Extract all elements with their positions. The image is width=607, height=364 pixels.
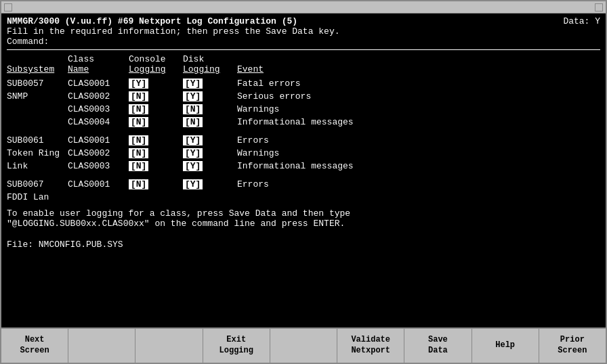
disk-badge[interactable]: [N] — [183, 117, 203, 127]
col-header-classname-label: Name — [68, 64, 129, 74]
disk-badge[interactable]: [Y] — [183, 179, 203, 189]
cell-class: CLAS0002 — [68, 91, 129, 101]
title-bar — [1, 1, 606, 14]
cell-subsystem: Token Ring — [7, 148, 68, 158]
cell-class: CLAS0001 — [68, 179, 129, 189]
console-badge[interactable]: [N] — [129, 91, 148, 101]
data-indicator: Data: Y — [563, 16, 600, 26]
console-badge[interactable]: [N] — [129, 135, 148, 145]
table-row: SUB0057CLAS0001[Y][Y]Fatal errors — [7, 77, 600, 89]
footer-text: To enable user logging for a class, pres… — [7, 208, 600, 229]
col-header-disk-label: Logging — [183, 64, 237, 74]
footer-line1: To enable user logging for a class, pres… — [7, 208, 600, 219]
cell-disk[interactable]: [Y] — [183, 91, 237, 101]
cell-console[interactable]: [N] — [129, 135, 183, 145]
col-header-subsystem — [7, 54, 68, 64]
cell-subsystem: SUB0061 — [7, 135, 68, 145]
col-header-console-label: Logging — [129, 64, 183, 74]
table-row: CLAS0003[N][N]Warnings — [7, 103, 600, 115]
function-key-button-4[interactable]: Exit Logging — [203, 329, 270, 363]
cell-disk[interactable]: [Y] — [183, 161, 237, 171]
cell-disk[interactable]: [Y] — [183, 78, 237, 89]
cell-class: CLAS0001 — [68, 78, 129, 89]
cell-console[interactable]: [N] — [129, 91, 183, 101]
table-row: LinkCLAS0003[N][Y]Informational messages — [7, 160, 600, 172]
cell-subsystem: SNMP — [7, 91, 68, 101]
main-window: NMMGR/3000 (V.uu.ff) #69 Netxport Log Co… — [0, 0, 607, 364]
cell-class: CLAS0001 — [68, 135, 129, 145]
table-row: CLAS0004[N][N]Informational messages — [7, 116, 600, 128]
cell-disk[interactable]: [Y] — [183, 135, 237, 145]
footer-line2: "@LOGGING.SUB00xx.CLAS00xx" on the comma… — [7, 219, 600, 229]
table-row: SUB0061CLAS0001[N][Y]Errors — [7, 134, 600, 146]
disk-badge[interactable]: [N] — [183, 104, 203, 114]
function-key-button-1[interactable]: Next Screen — [1, 329, 68, 363]
screen-title: NMMGR/3000 (V.uu.ff) #69 Netxport Log Co… — [7, 16, 297, 26]
disk-badge[interactable]: [Y] — [183, 135, 203, 145]
window-control-left[interactable] — [4, 3, 12, 12]
col-header-event — [237, 54, 600, 64]
cell-class: CLAS0003 — [68, 104, 129, 114]
bottom-bar: Next ScreenExit LoggingValidate Netxport… — [1, 327, 606, 363]
cell-disk[interactable]: [Y] — [183, 148, 237, 158]
file-line: File: NMCONFIG.PUB.SYS — [7, 240, 600, 250]
cell-event: Informational messages — [237, 117, 600, 127]
console-badge[interactable]: [N] — [129, 117, 148, 127]
table-row: Token RingCLAS0002[N][Y]Warnings — [7, 147, 600, 159]
command-line: Command: — [7, 37, 600, 47]
cell-subsystem: SUB0067 — [7, 179, 68, 189]
disk-badge[interactable]: [Y] — [183, 91, 203, 101]
cell-event: Informational messages — [237, 161, 600, 171]
cell-disk[interactable]: [Y] — [183, 179, 237, 189]
col-header-event-label: Event — [237, 64, 600, 74]
console-badge[interactable]: [N] — [129, 179, 148, 189]
table-row: SUB0067CLAS0001[N][Y]Errors — [7, 178, 600, 190]
table-row: SNMPCLAS0002[N][Y]Serious errors — [7, 90, 600, 102]
cell-console[interactable]: [N] — [129, 161, 183, 171]
disk-badge[interactable]: [Y] — [183, 78, 203, 89]
cell-disk[interactable]: [N] — [183, 117, 237, 127]
disk-badge[interactable]: [Y] — [183, 161, 203, 171]
disk-badge[interactable]: [Y] — [183, 148, 203, 158]
cell-disk[interactable]: [N] — [183, 104, 237, 114]
cell-console[interactable]: [N] — [129, 148, 183, 158]
cell-event: Fatal errors — [237, 78, 600, 89]
col-header-console-top: Console — [129, 54, 183, 64]
window-control-right[interactable] — [595, 3, 603, 12]
console-badge[interactable]: [N] — [129, 148, 148, 158]
function-key-button-3 — [135, 329, 203, 363]
col-header-disk-top: Disk — [183, 54, 237, 64]
function-key-button-2 — [68, 329, 135, 363]
col-header-subsystem-label: Subsystem — [7, 64, 68, 74]
table-row: FDDI Lan — [7, 191, 600, 203]
data-rows: SUB0057CLAS0001[Y][Y]Fatal errorsSNMPCLA… — [7, 77, 600, 203]
function-key-button-7[interactable]: Save Data — [404, 329, 472, 363]
cell-class: CLAS0004 — [68, 117, 129, 127]
cell-console[interactable]: [Y] — [129, 78, 183, 89]
cell-event: Warnings — [237, 104, 600, 114]
col-header-class: Class — [68, 54, 129, 64]
function-key-button-6[interactable]: Validate Netxport — [337, 329, 404, 363]
cell-event: Warnings — [237, 148, 600, 158]
cell-event: Errors — [237, 179, 600, 189]
cell-subsystem: Link — [7, 161, 68, 171]
function-key-button-9[interactable]: Prior Screen — [539, 329, 606, 363]
main-content-area: NMMGR/3000 (V.uu.ff) #69 Netxport Log Co… — [1, 14, 606, 327]
cell-subsystem: SUB0057 — [7, 78, 68, 89]
console-badge[interactable]: [Y] — [129, 78, 148, 89]
cell-class: CLAS0003 — [68, 161, 129, 171]
header-instruction: Fill in the required information; then p… — [7, 26, 600, 37]
cell-event: Errors — [237, 135, 600, 145]
cell-console[interactable]: [N] — [129, 117, 183, 127]
cell-class: CLAS0002 — [68, 148, 129, 158]
function-key-button-8[interactable]: Help — [472, 329, 539, 363]
cell-console[interactable]: [N] — [129, 104, 183, 114]
cell-console[interactable]: [N] — [129, 179, 183, 189]
console-badge[interactable]: [N] — [129, 161, 148, 171]
console-badge[interactable]: [N] — [129, 104, 148, 114]
table: Class Console Disk Subsystem Name Loggin… — [7, 54, 600, 203]
function-key-button-5 — [270, 329, 337, 363]
cell-subsystem: FDDI Lan — [7, 192, 68, 202]
cell-event: Serious errors — [237, 91, 600, 101]
